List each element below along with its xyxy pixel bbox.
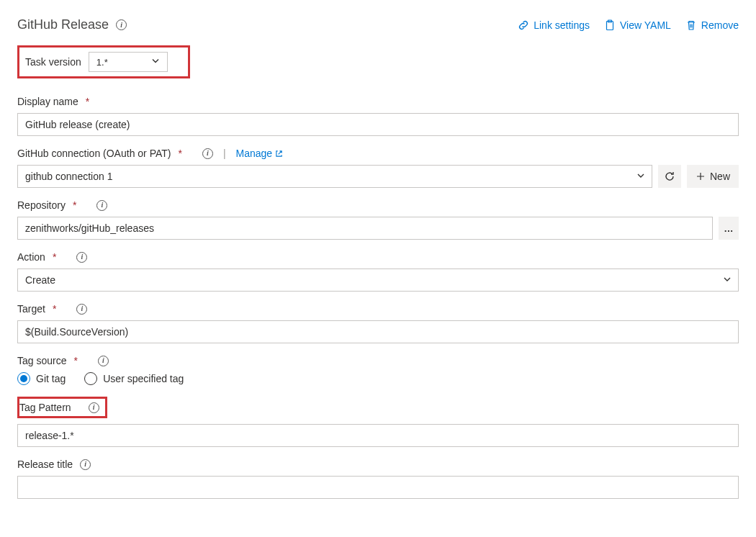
- manage-label: Manage: [236, 148, 273, 159]
- action-label: Action: [17, 251, 45, 263]
- required-asterisk: *: [73, 199, 76, 211]
- display-name-input[interactable]: [17, 113, 739, 136]
- target-label: Target: [17, 303, 45, 315]
- chevron-down-icon: [151, 57, 160, 68]
- required-asterisk: *: [178, 148, 181, 159]
- radio-icon: [84, 372, 97, 385]
- external-link-icon: [275, 150, 283, 158]
- display-name-label: Display name: [17, 96, 78, 107]
- separator: |: [223, 148, 226, 159]
- github-connection-field: GitHub connection (OAuth or PAT) * i | M…: [17, 148, 739, 188]
- target-input[interactable]: [17, 320, 739, 343]
- github-connection-select[interactable]: [17, 165, 652, 188]
- required-asterisk: *: [53, 251, 56, 263]
- task-version-highlight: Task version 1.*: [17, 45, 190, 78]
- remove-label: Remove: [701, 19, 739, 31]
- tag-pattern-input[interactable]: [17, 424, 739, 447]
- task-version-select[interactable]: 1.*: [89, 52, 168, 72]
- task-title: GitHub Release: [17, 17, 109, 32]
- task-version-label: Task version: [25, 56, 81, 68]
- refresh-icon: [664, 171, 675, 182]
- tag-source-label: Tag source: [17, 355, 66, 366]
- remove-button[interactable]: Remove: [685, 19, 739, 31]
- github-connection-label: GitHub connection (OAuth or PAT): [17, 148, 171, 159]
- required-asterisk: *: [86, 96, 89, 107]
- plus-icon: [696, 171, 706, 181]
- release-title-input[interactable]: [17, 476, 739, 499]
- required-asterisk: *: [73, 355, 77, 366]
- action-field: Action * i: [17, 251, 739, 292]
- repository-browse-button[interactable]: …: [719, 217, 739, 240]
- info-icon[interactable]: i: [98, 356, 109, 366]
- info-icon[interactable]: i: [80, 459, 91, 470]
- new-connection-label: New: [710, 171, 730, 182]
- info-icon[interactable]: i: [202, 148, 213, 159]
- link-icon: [518, 19, 529, 31]
- tag-pattern-field: Tag Pattern i: [17, 397, 739, 447]
- repository-field: Repository * i …: [17, 199, 739, 240]
- info-icon[interactable]: i: [89, 402, 99, 413]
- link-settings-button[interactable]: Link settings: [518, 19, 590, 31]
- radio-icon: [17, 372, 30, 385]
- repository-label: Repository: [17, 199, 66, 211]
- view-yaml-button[interactable]: View YAML: [604, 19, 671, 31]
- info-icon[interactable]: i: [76, 252, 87, 263]
- action-select[interactable]: [17, 268, 739, 292]
- new-connection-button[interactable]: New: [687, 165, 739, 188]
- radio-user-specified[interactable]: User specified tag: [84, 372, 184, 385]
- repository-input[interactable]: [17, 217, 713, 240]
- radio-git-tag-label: Git tag: [36, 373, 66, 384]
- target-field: Target * i: [17, 303, 739, 343]
- tag-source-field: Tag source * i Git tag User specified ta…: [17, 355, 739, 385]
- header-actions: Link settings View YAML Remove: [518, 19, 739, 31]
- trash-icon: [685, 19, 697, 31]
- release-title-field: Release title i: [17, 459, 739, 499]
- ellipsis-icon: …: [724, 223, 733, 234]
- task-version-value: 1.*: [96, 57, 108, 68]
- display-name-field: Display name *: [17, 96, 739, 136]
- info-icon[interactable]: i: [76, 304, 87, 315]
- clipboard-icon: [604, 19, 616, 31]
- manage-link[interactable]: Manage: [236, 148, 284, 159]
- radio-user-specified-label: User specified tag: [103, 373, 184, 384]
- info-icon[interactable]: i: [116, 19, 127, 30]
- title-group: GitHub Release i: [17, 17, 127, 32]
- radio-git-tag[interactable]: Git tag: [17, 372, 66, 385]
- info-icon[interactable]: i: [96, 200, 107, 211]
- required-asterisk: *: [53, 303, 56, 315]
- tag-pattern-label: Tag Pattern: [19, 402, 71, 413]
- view-yaml-label: View YAML: [620, 19, 671, 31]
- tag-pattern-highlight: Tag Pattern i: [17, 397, 107, 418]
- link-settings-label: Link settings: [534, 19, 590, 31]
- release-title-label: Release title: [17, 459, 73, 470]
- refresh-button[interactable]: [658, 165, 681, 188]
- task-header: GitHub Release i Link settings View YAML…: [17, 17, 739, 32]
